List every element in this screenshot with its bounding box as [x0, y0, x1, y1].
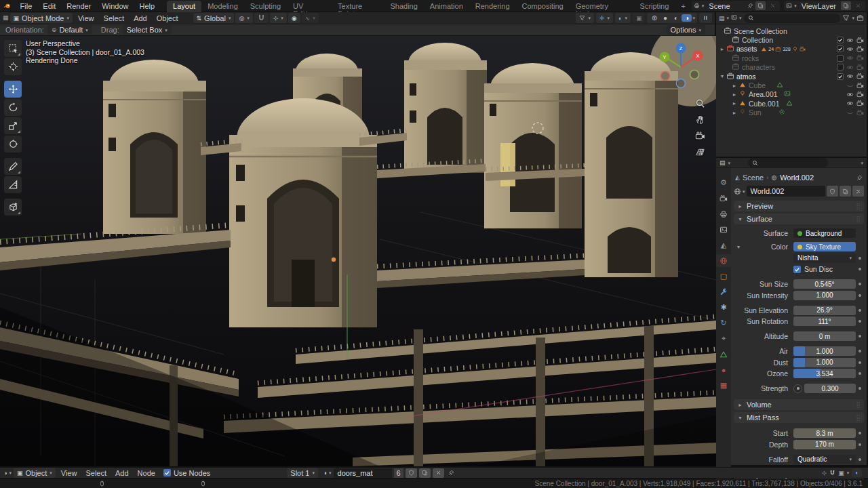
ozone-slider[interactable]: 3.534	[793, 369, 856, 378]
transform-orientation-selector[interactable]: ⇅ Global ▾	[193, 13, 235, 23]
use-nodes-toggle[interactable]: Use Nodes	[163, 469, 210, 477]
view-layer-selector[interactable]: ▾ ViewLayer	[784, 1, 865, 11]
proportional-falloff-selector[interactable]: ∿▾	[302, 13, 319, 23]
tab-scripting[interactable]: Scripting	[634, 1, 675, 12]
orientation-setting-selector[interactable]: ⊕ Default ▾	[47, 25, 92, 35]
sun-size-slider[interactable]: 0.545°	[793, 279, 856, 289]
xray-toggle[interactable]: ▣	[633, 13, 646, 23]
strength-slider[interactable]: 0.300	[804, 384, 856, 393]
tab-particles[interactable]: ✱	[716, 301, 731, 314]
blender-logo-menu[interactable]	[0, 2, 15, 9]
delete-scene-button[interactable]	[768, 1, 778, 10]
render-camera-icon[interactable]	[856, 54, 864, 62]
menu-window[interactable]: Window	[96, 2, 134, 10]
tab-output[interactable]	[716, 207, 731, 220]
rotate-tool[interactable]	[4, 99, 22, 116]
menu-node[interactable]: Node	[134, 469, 159, 477]
properties-editor-type-button[interactable]: ▤	[719, 159, 726, 166]
tab-texture-paint[interactable]: Texture Paint	[332, 1, 384, 12]
render-pause-button[interactable]	[699, 13, 712, 23]
menu-file[interactable]: File	[15, 2, 38, 10]
menu-select[interactable]: Select	[82, 469, 110, 477]
mode-selector[interactable]: ▣ Object Mode ▾	[10, 13, 73, 23]
expand-arrow[interactable]: ►	[731, 92, 738, 97]
strength-input-toggle[interactable]	[793, 384, 802, 393]
render-camera-icon[interactable]	[856, 37, 864, 44]
delete-view-layer-button[interactable]	[853, 1, 863, 10]
add-workspace-button[interactable]: +	[675, 1, 691, 12]
section-preview[interactable]: ►Preview⣿	[734, 201, 864, 211]
scale-tool[interactable]	[4, 117, 22, 134]
sun-intensity-slider[interactable]: 1.000	[793, 291, 856, 300]
drag-setting-selector[interactable]: Select Box ▾	[123, 25, 172, 35]
move-tool[interactable]	[4, 81, 22, 98]
section-volume[interactable]: ►Volume⣿	[734, 399, 864, 410]
shader-mode-selector[interactable]: ▣ Object ▾	[14, 468, 56, 478]
material-slot-selector[interactable]: Slot 1 ▾	[287, 468, 318, 478]
hide-eye-icon[interactable]	[846, 100, 854, 107]
menu-add[interactable]: Add	[130, 14, 151, 22]
options-dropdown[interactable]: Options ▾	[667, 25, 705, 35]
tab-physics[interactable]: ↻	[716, 317, 731, 329]
tab-material[interactable]: ●	[716, 363, 731, 376]
render-camera-icon[interactable]	[856, 82, 864, 89]
world-browse-icon[interactable]	[734, 188, 741, 195]
new-collection-icon[interactable]	[856, 14, 864, 22]
measure-tool[interactable]	[4, 176, 22, 193]
use-nodes-checkbox[interactable]	[163, 469, 171, 476]
section-mist-pass[interactable]: ▼Mist Pass⣿	[734, 412, 864, 423]
breadcrumb-scene[interactable]: Scene	[743, 174, 764, 182]
snap-settings-selector[interactable]: ⊹▾	[270, 13, 287, 23]
filter-icon[interactable]	[842, 14, 850, 22]
hide-eye-icon[interactable]	[846, 91, 854, 98]
exclude-checkbox[interactable]	[837, 64, 844, 70]
pin-icon[interactable]	[856, 175, 863, 181]
expand-arrow[interactable]: ►	[731, 110, 738, 115]
menu-help[interactable]: Help	[134, 2, 160, 10]
3d-viewport-canvas[interactable]: User Perspective (3) Scene Collection | …	[0, 36, 716, 466]
hide-eye-icon[interactable]	[846, 45, 854, 53]
color-texture-selector[interactable]: Sky Texture	[793, 242, 856, 251]
surface-shader-selector[interactable]: Background	[793, 228, 856, 238]
render-camera-icon[interactable]	[856, 91, 864, 98]
sun-rotation-slider[interactable]: 111°	[793, 317, 856, 326]
menu-view[interactable]: View	[58, 469, 81, 477]
tab-tool[interactable]: ⚙	[716, 176, 731, 189]
new-world-button[interactable]	[840, 186, 851, 197]
outliner-display-mode-button[interactable]	[731, 14, 737, 22]
select-box-tool[interactable]	[4, 40, 22, 57]
outliner-row-scene-collection[interactable]: Scene Collection	[716, 26, 867, 35]
exclude-checkbox[interactable]	[837, 73, 844, 80]
outliner-row-cube[interactable]: ► Cube	[716, 81, 867, 89]
material-users-count[interactable]: 6	[394, 468, 403, 478]
hide-eye-icon[interactable]	[846, 37, 854, 44]
camera-view-icon[interactable]	[695, 131, 705, 141]
new-view-layer-button[interactable]	[841, 1, 851, 10]
tab-uv-editing[interactable]: UV Editing	[287, 1, 332, 12]
shading-material-button[interactable]: ◐	[671, 14, 681, 22]
pin-icon[interactable]	[448, 470, 454, 476]
pivot-point-selector[interactable]: ◎▾	[235, 13, 252, 23]
gizmos-selector[interactable]: ✛▾	[596, 13, 613, 23]
outliner-row-characters[interactable]: characters	[716, 63, 867, 72]
properties-search-input[interactable]	[761, 159, 824, 167]
properties-search[interactable]	[748, 158, 828, 167]
shading-wireframe-button[interactable]: ⊕	[649, 14, 659, 22]
properties-options-caret[interactable]: ▾	[861, 161, 863, 165]
render-camera-icon[interactable]	[856, 45, 864, 53]
tab-render[interactable]	[716, 192, 731, 205]
outliner-row-atmos[interactable]: ▼ atmos	[716, 72, 867, 81]
zoom-icon[interactable]	[695, 98, 705, 108]
shading-options-caret[interactable]: ▾	[692, 16, 695, 20]
tab-constraints[interactable]: ⌖	[716, 332, 731, 345]
pan-hand-icon[interactable]	[695, 115, 705, 125]
color-expand-arrow[interactable]: ▼	[734, 245, 743, 249]
render-camera-icon[interactable]	[856, 73, 864, 80]
editor-type-button[interactable]: ▦	[3, 15, 9, 21]
outliner-row-collection[interactable]: Collection	[716, 35, 867, 44]
hide-eye-closed-icon[interactable]	[846, 82, 854, 89]
exclude-checkbox[interactable]	[837, 37, 844, 43]
mist-depth-slider[interactable]: 170 m	[793, 440, 856, 449]
snap-target-icon[interactable]: ⊹	[822, 470, 827, 476]
fake-user-button[interactable]	[406, 468, 417, 478]
